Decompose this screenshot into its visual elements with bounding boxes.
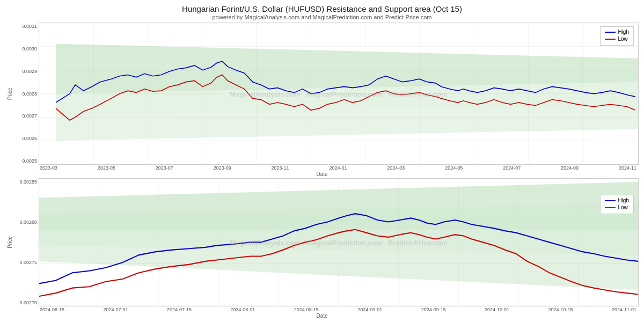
page-title: Hungarian Forint/U.S. Dollar (HUFUSD) Re… <box>5 4 639 13</box>
legend1-low-line <box>605 39 616 40</box>
chart1-ytick3: 0.0028 <box>14 91 37 97</box>
chart1-ytick5: 0.0026 <box>14 136 37 141</box>
legend1-low: Low <box>605 36 629 42</box>
chart2-xlabel2: 2024-07-15 <box>167 307 192 312</box>
chart1-ytick0: 0.0031 <box>14 24 37 29</box>
legend2-high-line <box>605 200 616 201</box>
chart1-xlabel8: 2024-07 <box>503 165 521 171</box>
chart1-xlabel5: 2024-01 <box>329 165 347 171</box>
legend2-high: High <box>605 197 629 203</box>
legend1-high-line <box>605 32 616 33</box>
chart2-ytick1: 0.00280 <box>14 219 37 225</box>
chart1-xlabel1: 2023-05 <box>98 165 115 171</box>
legend2-low-label: Low <box>618 204 627 210</box>
chart2-ytick0: 0.00285 <box>14 179 37 185</box>
chart1-xlabel7: 2024-05 <box>445 165 463 171</box>
legend1-high: High <box>605 29 629 35</box>
chart1-wrapper: Price 0.0031 0.0030 0.0029 0.0028 0.0027… <box>5 23 639 165</box>
charts-area: Price 0.0031 0.0030 0.0029 0.0028 0.0027… <box>5 23 639 320</box>
legend1-low-label: Low <box>618 36 627 42</box>
chart1-xlabel6: 2024-03 <box>387 165 405 171</box>
chart2-x-title: Date <box>5 313 639 319</box>
legend2-low-line <box>605 207 616 208</box>
legend1-high-label: High <box>618 29 629 35</box>
legend2-low: Low <box>605 204 629 210</box>
chart1-ytick4: 0.0027 <box>14 113 37 119</box>
page-subtitle: powered by MagicalAnalysis.com and Magic… <box>5 14 639 20</box>
chart1-y-label: Price <box>5 23 14 165</box>
chart2-xlabel4: 2024-08-15 <box>294 307 319 312</box>
chart1-xlabel4: 2023-11 <box>272 165 289 171</box>
chart2-xlabel6: 2024-09-15 <box>421 307 446 312</box>
chart2-xlabel8: 2024-10-15 <box>548 307 573 312</box>
chart1-canvas: MagicalAnalysis.com MagicalPrediction.co… <box>39 23 639 165</box>
page-container: Hungarian Forint/U.S. Dollar (HUFUSD) Re… <box>0 0 644 322</box>
chart1-legend: High Low <box>600 26 634 46</box>
chart2-legend: High Low <box>600 195 634 214</box>
chart1-ytick1: 0.0030 <box>14 46 37 52</box>
chart1-xlabel2: 2023-07 <box>156 165 173 171</box>
chart1-svg <box>39 23 638 164</box>
chart1-x-title: Date <box>5 171 639 177</box>
chart1-xlabel0: 2023-03 <box>40 165 57 171</box>
chart2-y-label: Price <box>5 178 14 306</box>
chart2-xlabel5: 2024-09-01 <box>357 307 382 312</box>
chart1-xlabel9: 2024-09 <box>561 165 579 171</box>
chart2-xlabel0: 2024-06-15 <box>40 307 64 312</box>
chart2-xlabel1: 2024-07-01 <box>103 307 128 312</box>
chart1-ytick2: 0.0029 <box>14 69 37 74</box>
chart2-xlabel9: 2024-11-01 <box>612 307 636 312</box>
chart2-wrapper: Price 0.00285 0.00280 0.00275 0.00270 <box>5 178 639 306</box>
chart1-xlabel10: 2024-11 <box>619 165 636 171</box>
chart2-xlabel7: 2024-10-01 <box>485 307 509 312</box>
chart2-svg <box>39 179 638 306</box>
chart2-ytick2: 0.00275 <box>14 260 37 265</box>
chart1-ytick6: 0.0025 <box>14 158 37 164</box>
chart1-xlabel3: 2023-09 <box>214 165 231 171</box>
legend2-high-label: High <box>618 197 629 203</box>
chart2-xlabel3: 2024-08-01 <box>230 307 255 312</box>
chart2-canvas: MagicalAnalysis.com MagicalPrediction.co… <box>39 178 639 306</box>
chart2-ytick3: 0.00270 <box>14 300 37 305</box>
